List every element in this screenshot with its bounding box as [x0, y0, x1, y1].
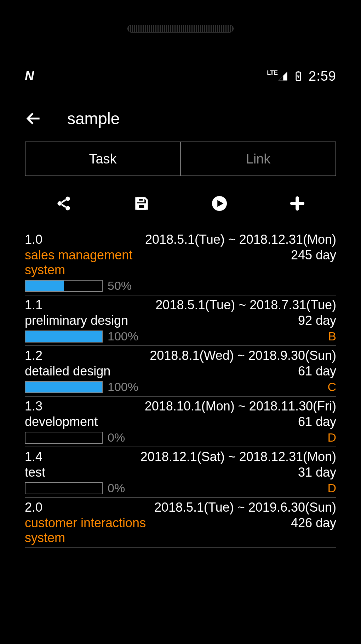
- page-title: sample: [67, 109, 120, 128]
- tab-bar: Task Link: [25, 142, 336, 176]
- task-id: 1.2: [25, 348, 42, 363]
- svg-rect-5: [138, 198, 143, 202]
- app-header: sample: [0, 99, 361, 138]
- task-name: sales management system: [25, 248, 173, 277]
- task-dates: 2018.8.1(Wed) ~ 2018.9.30(Sun): [150, 348, 336, 363]
- progress-fill: [25, 281, 64, 291]
- status-bar: N LTE 2:59: [0, 64, 361, 88]
- task-grade: D: [327, 481, 336, 495]
- svg-point-4: [65, 206, 70, 210]
- save-icon: [133, 195, 150, 212]
- device-speaker: [127, 25, 234, 33]
- task-row[interactable]: 2.02018.5.1(Tue) ~ 2019.6.30(Sun)custome…: [25, 498, 336, 548]
- task-name: detailed design: [25, 364, 110, 379]
- signal-icon: [277, 71, 288, 81]
- task-days: 61 day: [298, 414, 336, 429]
- back-button[interactable]: [25, 110, 42, 127]
- task-days: 61 day: [298, 364, 336, 379]
- share-icon: [56, 195, 72, 212]
- task-dates: 2018.5.1(Tue) ~ 2018.12.31(Mon): [145, 232, 336, 247]
- progress-bar: [25, 330, 103, 343]
- add-icon: [289, 195, 305, 212]
- task-id: 1.0: [25, 232, 42, 247]
- tab-link[interactable]: Link: [180, 142, 336, 176]
- task-row[interactable]: 1.22018.8.1(Wed) ~ 2018.9.30(Sun)detaile…: [25, 346, 336, 397]
- task-dates: 2018.5.1(Tue) ~ 2018.7.31(Tue): [155, 298, 336, 312]
- progress-label: 100%: [108, 329, 138, 343]
- task-id: 1.4: [25, 449, 42, 464]
- task-row[interactable]: 1.32018.10.1(Mon) ~ 2018.11.30(Fri)devel…: [25, 397, 336, 447]
- progress-fill: [25, 382, 102, 392]
- share-button[interactable]: [53, 193, 74, 214]
- progress-bar: [25, 432, 103, 444]
- tab-task[interactable]: Task: [25, 142, 180, 176]
- progress-fill: [25, 331, 102, 342]
- task-row[interactable]: 1.42018.12.1(Sat) ~ 2018.12.31(Mon)test3…: [25, 447, 336, 498]
- home-indicator: [127, 630, 234, 633]
- task-days: 245 day: [291, 248, 336, 263]
- task-days: 426 day: [291, 516, 336, 530]
- task-name: preliminary design: [25, 313, 128, 328]
- task-dates: 2018.12.1(Sat) ~ 2018.12.31(Mon): [141, 449, 336, 464]
- task-dates: 2018.10.1(Mon) ~ 2018.11.30(Fri): [145, 399, 336, 414]
- task-list[interactable]: 1.02018.5.1(Tue) ~ 2018.12.31(Mon)sales …: [25, 230, 336, 587]
- svg-rect-1: [298, 71, 299, 73]
- toolbar: [25, 188, 336, 219]
- save-button[interactable]: [131, 193, 152, 214]
- play-button[interactable]: [209, 193, 230, 214]
- task-name: test: [25, 465, 45, 480]
- task-grade: B: [328, 329, 336, 343]
- add-button[interactable]: [287, 193, 308, 214]
- task-id: 1.3: [25, 399, 42, 414]
- android-n-icon: N: [25, 69, 33, 84]
- svg-rect-6: [138, 204, 145, 209]
- task-grade: C: [327, 380, 336, 394]
- progress-label: 0%: [108, 431, 125, 444]
- task-id: 1.1: [25, 298, 42, 312]
- progress-bar: [25, 381, 103, 393]
- task-name: customer interactions system: [25, 516, 173, 545]
- svg-point-2: [65, 196, 70, 201]
- task-days: 31 day: [298, 465, 336, 480]
- task-days: 92 day: [298, 313, 336, 328]
- status-time: 2:59: [309, 69, 336, 84]
- progress-label: 0%: [108, 481, 125, 495]
- task-dates: 2018.5.1(Tue) ~ 2019.6.30(Sun): [154, 500, 336, 515]
- progress-bar: [25, 280, 103, 292]
- progress-bar: [25, 482, 103, 494]
- task-id: 2.0: [25, 500, 42, 515]
- progress-label: 50%: [108, 279, 132, 293]
- battery-charging-icon: [293, 71, 304, 81]
- task-name: development: [25, 414, 98, 429]
- task-row[interactable]: 1.02018.5.1(Tue) ~ 2018.12.31(Mon)sales …: [25, 230, 336, 295]
- svg-point-3: [57, 201, 62, 206]
- task-grade: D: [327, 431, 336, 444]
- task-row[interactable]: 1.12018.5.1(Tue) ~ 2018.7.31(Tue)prelimi…: [25, 295, 336, 346]
- network-lte-label: LTE: [267, 69, 277, 77]
- play-icon: [211, 195, 228, 212]
- device-frame: N LTE 2:59 sample Task Link: [0, 0, 361, 644]
- progress-label: 100%: [108, 380, 138, 394]
